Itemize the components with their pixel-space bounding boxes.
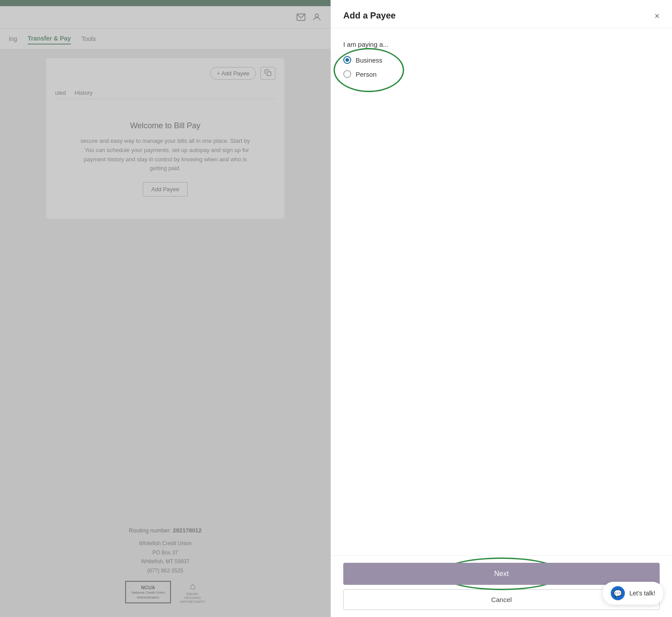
radio-person[interactable] [343, 70, 351, 78]
radio-option-person[interactable]: Person [343, 70, 660, 78]
overlay [0, 0, 330, 617]
panel-body: I am paying a... Business Person [331, 28, 672, 555]
chat-label: Let's talk! [629, 590, 655, 597]
paying-label: I am paying a... [343, 41, 660, 48]
radio-group: Business Person [343, 56, 660, 78]
close-button[interactable]: × [654, 11, 660, 20]
chat-icon: 💬 [611, 586, 625, 600]
radio-option-business[interactable]: Business [343, 56, 660, 64]
radio-person-label: Person [356, 71, 377, 78]
side-panel: Add a Payee × I am paying a... Business … [330, 0, 672, 617]
radio-business-label: Business [356, 56, 382, 64]
panel-header: Add a Payee × [331, 0, 672, 28]
panel-title: Add a Payee [343, 11, 396, 21]
chat-bubble[interactable]: 💬 Let's talk! [603, 582, 663, 605]
radio-business[interactable] [343, 56, 351, 64]
